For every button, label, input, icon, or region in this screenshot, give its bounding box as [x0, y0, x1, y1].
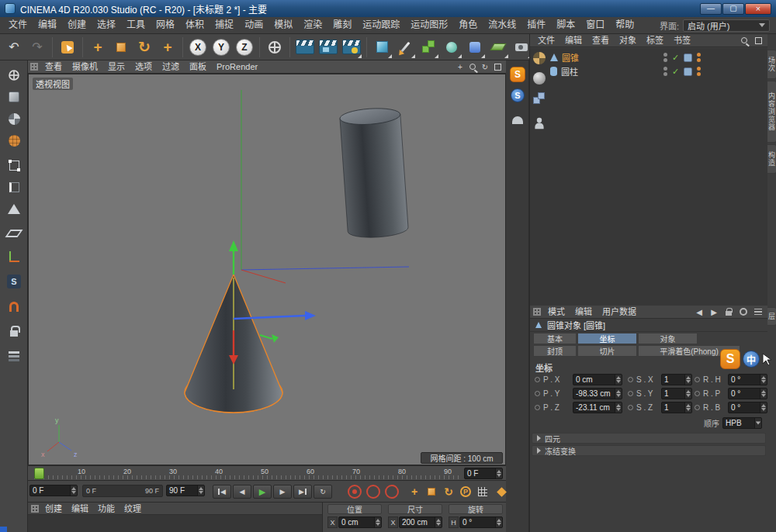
render-settings-button[interactable]: [341, 36, 362, 59]
axis-mode-button[interactable]: [3, 247, 25, 267]
tab-basic[interactable]: 基本: [533, 333, 577, 344]
viewport-menu-view[interactable]: 查看: [40, 60, 67, 73]
tab-content-browser[interactable]: 内容浏览器: [767, 81, 776, 143]
phong-tag-icon[interactable]: [684, 54, 692, 62]
om-menu-tags[interactable]: 标签: [642, 34, 668, 47]
menu-edit[interactable]: 编辑: [33, 17, 62, 33]
menu-render[interactable]: 渲染: [298, 17, 327, 33]
viewport-canvas[interactable]: y x z: [29, 74, 506, 465]
object-list[interactable]: 圆锥 ✓ 圆柱 ✓: [530, 48, 767, 306]
panel-grip-icon[interactable]: [533, 308, 541, 316]
viewport-menu-cameras[interactable]: 摄像机: [68, 60, 102, 73]
enable-check-icon[interactable]: ✓: [672, 54, 679, 62]
object-row-cylinder[interactable]: 圆柱 ✓: [550, 65, 766, 78]
menu-create[interactable]: 创建: [62, 17, 92, 33]
viewport-menu-options[interactable]: 选项: [130, 60, 157, 73]
menu-animate[interactable]: 动画: [239, 17, 268, 33]
om-menu-view[interactable]: 查看: [587, 34, 614, 47]
filter-icon[interactable]: [753, 36, 763, 45]
menu-tools[interactable]: 工具: [121, 17, 151, 33]
history-forward-icon[interactable]: ▶: [709, 307, 719, 316]
scale-tool-button[interactable]: [110, 36, 132, 59]
last-tool-button[interactable]: +: [157, 36, 178, 59]
perspective-viewport[interactable]: y x z 透视视图 网格间距 : 100 cm: [28, 74, 506, 465]
close-button[interactable]: ×: [745, 3, 771, 15]
menu-motion-tracker[interactable]: 运动跟踪: [357, 17, 405, 33]
record-pla-toggle[interactable]: [475, 485, 490, 499]
mat-menu-function[interactable]: 功能: [93, 503, 120, 515]
mat-menu-edit[interactable]: 编辑: [67, 503, 93, 515]
snap-toggle-button[interactable]: S: [3, 271, 25, 292]
keyframe-dot-icon[interactable]: [695, 377, 700, 382]
menu-script[interactable]: 脚本: [551, 17, 580, 33]
om-menu-objects[interactable]: 对象: [615, 34, 641, 47]
rot-h-input[interactable]: 0 °: [459, 516, 503, 528]
lock-z-button[interactable]: Z: [234, 36, 255, 59]
menu-mesh[interactable]: 网格: [151, 17, 180, 33]
lock-y-button[interactable]: Y: [210, 36, 232, 59]
tab-structure[interactable]: 构造: [767, 144, 776, 174]
sy-input[interactable]: 1: [661, 388, 692, 399]
material-list-empty[interactable]: [28, 515, 322, 532]
lock-x-button[interactable]: X: [187, 36, 209, 59]
current-frame-field[interactable]: 0 F: [464, 468, 503, 479]
history-back-icon[interactable]: ◀: [695, 307, 704, 316]
sphere-icon-2[interactable]: [532, 71, 546, 85]
autokey-button[interactable]: [366, 485, 380, 499]
om-menu-file[interactable]: 文件: [533, 34, 559, 47]
tab-caps[interactable]: 封顶: [533, 345, 577, 357]
s-circle-icon[interactable]: S: [511, 88, 525, 102]
visibility-dots[interactable]: [697, 53, 701, 62]
tab-object[interactable]: 对象: [638, 333, 698, 344]
mannequin-icon-2[interactable]: [532, 113, 546, 127]
orbit-view-icon[interactable]: ↻: [480, 62, 490, 71]
rp-input[interactable]: 0 °: [728, 388, 767, 399]
s-badge-icon[interactable]: S: [510, 67, 525, 82]
am-menu-userdata[interactable]: 用户数据: [598, 306, 641, 318]
tab-layers[interactable]: 层: [767, 307, 776, 326]
menu-plugins[interactable]: 插件: [521, 17, 551, 33]
volume-button[interactable]: [441, 36, 462, 59]
frame-range-slider[interactable]: 0 F 90 F: [82, 485, 163, 497]
keyframe-dot-icon[interactable]: [535, 405, 540, 410]
tab-takes[interactable]: 场次: [767, 50, 776, 79]
make-editable-button[interactable]: [3, 65, 25, 85]
render-picture-viewer-button[interactable]: [317, 36, 339, 59]
add-primitive-button[interactable]: [371, 36, 393, 59]
pen-tool-button[interactable]: [394, 36, 416, 59]
coordinate-system-button[interactable]: [264, 36, 286, 59]
view-label[interactable]: 透视视图: [33, 78, 73, 90]
mat-menu-texture[interactable]: 纹理: [120, 503, 146, 515]
mograph-button[interactable]: [417, 36, 439, 59]
rh-input[interactable]: 0 °: [728, 374, 767, 385]
search-icon[interactable]: [740, 36, 749, 45]
gear-icon[interactable]: [739, 307, 748, 316]
viewport-menu-prorender[interactable]: ProRender: [212, 60, 262, 73]
keyframe-options-button[interactable]: [494, 485, 509, 499]
rb-input[interactable]: 0 °: [728, 402, 767, 413]
panel-grip-icon[interactable]: [31, 505, 39, 513]
lock-icon[interactable]: [724, 307, 733, 316]
simulate-button[interactable]: [464, 36, 486, 59]
menu-help[interactable]: 帮助: [610, 17, 639, 33]
menu-simulate[interactable]: 模拟: [268, 17, 298, 33]
pos-x-input[interactable]: 0 cm: [338, 516, 382, 528]
record-position-toggle[interactable]: +: [407, 485, 422, 499]
timeline-ruler[interactable]: 10 20 30 40 50 60 70 80 90 0 F: [28, 465, 506, 481]
am-menu-mode[interactable]: 模式: [543, 306, 570, 318]
record-parameter-toggle[interactable]: P: [458, 485, 473, 499]
visibility-dots[interactable]: [663, 67, 667, 76]
sphere-icon-1[interactable]: [532, 51, 546, 65]
end-frame-dropdown[interactable]: 90 F: [166, 485, 205, 496]
keyframe-dot-icon[interactable]: [535, 391, 540, 396]
menu-volume[interactable]: 体积: [180, 17, 210, 33]
menu-character[interactable]: 角色: [453, 17, 483, 33]
record-button[interactable]: [348, 485, 362, 499]
object-row-cone[interactable]: 圆锥 ✓: [550, 51, 766, 64]
workplane-mode-button[interactable]: [3, 130, 25, 150]
list-icon[interactable]: [753, 307, 763, 316]
redo-button[interactable]: ↷: [26, 36, 48, 59]
go-to-end-button[interactable]: ▶: [293, 485, 312, 499]
loop-button[interactable]: ↻: [314, 485, 332, 499]
viewport-menu-panel[interactable]: 面板: [185, 60, 211, 73]
